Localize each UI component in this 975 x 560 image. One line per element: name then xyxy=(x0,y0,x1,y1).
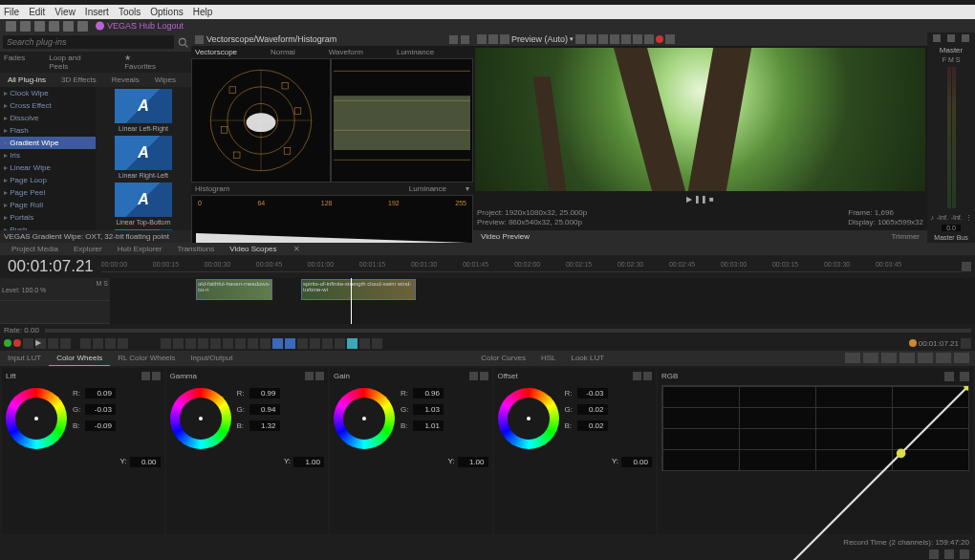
record-indicator-icon[interactable] xyxy=(656,35,663,43)
meter-icon[interactable]: ♪ xyxy=(930,214,934,222)
gain-b-value[interactable]: 1.01 xyxy=(413,420,444,431)
transition-item[interactable]: Page Roll xyxy=(0,199,96,211)
rgb-tab[interactable]: RGB xyxy=(661,372,678,381)
menu-help[interactable]: Help xyxy=(193,7,213,17)
preview-icon[interactable] xyxy=(610,34,619,44)
toolbar-icon[interactable] xyxy=(49,21,59,32)
color-tool-icon[interactable] xyxy=(918,353,933,363)
tab-explorer[interactable]: Explorer xyxy=(66,243,110,255)
preview-icon[interactable] xyxy=(587,34,596,44)
search-icon[interactable] xyxy=(178,37,188,48)
tool-button[interactable] xyxy=(347,338,358,349)
transport-end[interactable] xyxy=(118,338,128,349)
tool-button[interactable] xyxy=(185,338,196,349)
favorites-link[interactable]: ★ Favorites xyxy=(124,54,163,71)
tab-rl-color-wheels[interactable]: RL Color Wheels xyxy=(110,351,183,366)
tab-hub-explorer[interactable]: Hub Explorer xyxy=(110,243,170,255)
tab-video-preview[interactable]: Video Preview xyxy=(473,230,537,243)
luminance-label[interactable]: Luminance xyxy=(409,184,446,193)
rate-label[interactable]: Rate: 0.00 xyxy=(4,326,39,334)
timeline-clip[interactable]: old-faithful-haven-meadows-co-n xyxy=(196,279,272,300)
preview-item[interactable]: ALinear Left-Right xyxy=(98,89,189,132)
tab-vectorscope[interactable]: Vectorscope xyxy=(195,48,237,56)
gamma-b-value[interactable]: 1.32 xyxy=(249,420,280,431)
tab-3d-effects[interactable]: 3D Effects xyxy=(54,73,104,87)
curves-plot[interactable] xyxy=(661,385,969,471)
scope-icon[interactable] xyxy=(195,35,204,44)
tool-button[interactable] xyxy=(248,338,258,349)
offset-b-value[interactable]: 0.02 xyxy=(577,420,608,431)
master-icon[interactable] xyxy=(947,34,955,42)
playhead[interactable] xyxy=(351,278,352,324)
rate-slider[interactable] xyxy=(45,329,971,333)
curves-icon[interactable] xyxy=(960,372,969,381)
tab-color-curves[interactable]: Color Curves xyxy=(473,351,533,366)
transition-item[interactable]: Flash xyxy=(0,124,96,137)
bypass-icon[interactable] xyxy=(480,372,488,380)
tab-transitions[interactable]: Transitions xyxy=(169,243,222,255)
reset-icon[interactable] xyxy=(633,372,641,380)
offset-y-value[interactable]: 0.00 xyxy=(621,457,652,467)
menu-view[interactable]: View xyxy=(54,7,76,17)
tool-button[interactable] xyxy=(322,338,333,349)
transport-stop[interactable] xyxy=(60,338,71,349)
lift-g-value[interactable]: -0.03 xyxy=(85,404,116,415)
gamma-g-value[interactable]: 0.94 xyxy=(249,404,280,415)
tool-button[interactable] xyxy=(235,338,246,349)
tab-color-wheels[interactable]: Color Wheels xyxy=(49,351,110,366)
tool-button[interactable] xyxy=(285,338,295,349)
tool-button[interactable] xyxy=(223,338,233,349)
tab-normal[interactable]: Normal xyxy=(271,48,295,56)
filter-loop[interactable]: Loop and Peels xyxy=(49,54,100,71)
preview-mode-label[interactable]: Preview (Auto) xyxy=(511,34,568,44)
menu-edit[interactable]: Edit xyxy=(29,7,45,17)
hub-logout-link[interactable]: VEGAS Hub Logout xyxy=(96,21,184,31)
tab-project-media[interactable]: Project Media xyxy=(4,243,66,255)
track-content[interactable]: old-faithful-haven-meadows-co-n spirits-… xyxy=(110,278,975,324)
menu-insert[interactable]: Insert xyxy=(85,7,109,17)
color-tool-icon[interactable] xyxy=(863,353,878,363)
transport-loop[interactable] xyxy=(23,338,33,349)
tool-button[interactable] xyxy=(961,338,971,349)
reset-icon[interactable] xyxy=(469,372,478,380)
track-header[interactable] xyxy=(0,301,110,324)
offset-g-value[interactable]: 0.02 xyxy=(577,404,608,415)
transition-item[interactable]: Cross Effect xyxy=(0,99,96,112)
tab-all-plugins[interactable]: All Plug-ins xyxy=(0,73,54,87)
menu-tools[interactable]: Tools xyxy=(119,7,141,17)
master-icon[interactable] xyxy=(962,34,969,42)
tool-button[interactable] xyxy=(297,338,308,349)
tool-button[interactable] xyxy=(260,338,271,349)
gain-r-value[interactable]: 0.96 xyxy=(413,388,444,398)
close-icon[interactable] xyxy=(954,353,969,363)
transition-item[interactable]: Page Peel xyxy=(0,186,96,199)
tool-button[interactable] xyxy=(310,338,320,349)
master-gain[interactable]: 0.0 xyxy=(942,225,961,231)
reset-icon[interactable] xyxy=(305,372,314,380)
tool-button[interactable] xyxy=(161,338,171,349)
timecode[interactable]: 00:01:07.21 xyxy=(0,255,101,278)
gain-y-value[interactable]: 1.00 xyxy=(458,457,488,467)
gain-wheel[interactable] xyxy=(334,388,395,449)
track-ms[interactable]: M S xyxy=(97,280,108,287)
close-icon[interactable] xyxy=(461,35,469,44)
transport-prev[interactable] xyxy=(93,338,103,349)
gain-g-value[interactable]: 1.03 xyxy=(413,404,444,415)
preview-icon[interactable] xyxy=(598,34,608,44)
color-tool-icon[interactable] xyxy=(881,353,897,363)
tool-button[interactable] xyxy=(173,338,184,349)
master-icon[interactable] xyxy=(933,34,941,42)
timeline-clip[interactable]: spirits-of-infinite-strength cloud-swim … xyxy=(301,279,416,300)
color-tool-icon[interactable] xyxy=(845,353,860,363)
transition-list[interactable]: Clock Wipe Cross Effect Dissolve Flash G… xyxy=(0,87,96,230)
transition-item[interactable]: Iris xyxy=(0,149,96,162)
timecode-right[interactable]: 00:01:07.21 xyxy=(919,339,959,348)
toolbar-icon[interactable] xyxy=(63,21,74,32)
gamma-r-value[interactable]: 0.99 xyxy=(249,388,280,398)
tab-wipes[interactable]: Wipes xyxy=(147,73,184,87)
transition-item[interactable]: Clock Wipe xyxy=(0,87,96,99)
tool-button[interactable] xyxy=(359,338,370,349)
preview-item[interactable]: ALinear Top-Bottom xyxy=(98,183,189,226)
bypass-icon[interactable] xyxy=(152,372,161,380)
transition-item[interactable]: Portals xyxy=(0,211,96,224)
